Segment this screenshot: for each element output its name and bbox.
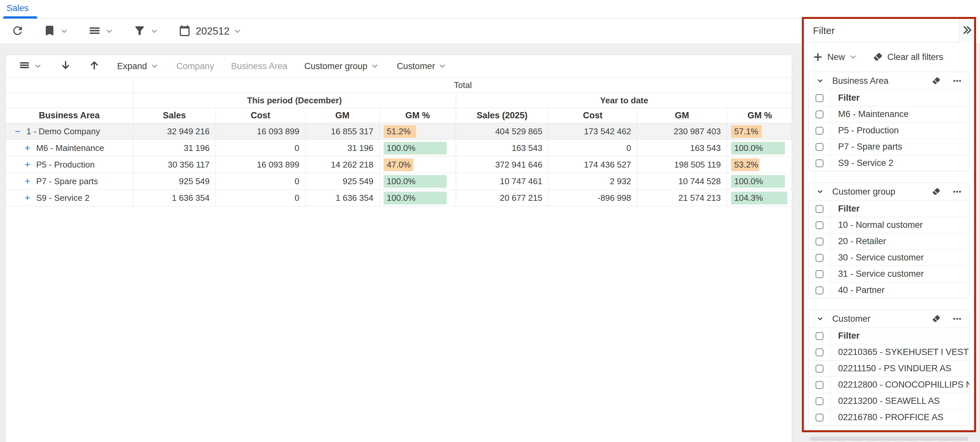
filter-panel: Filter New Clear all filters Business Ar	[802, 17, 976, 432]
row-label-cell[interactable]: − 1 - Demo Company	[6, 123, 133, 140]
checkbox[interactable]	[816, 287, 823, 294]
expand-button[interactable]: Expand	[117, 61, 159, 71]
gm-pct-ytd-cell: 100.0%	[727, 140, 792, 157]
drill-down-button[interactable]	[60, 59, 72, 73]
clear-all-label: Clear all filters	[887, 52, 943, 62]
checkbox[interactable]	[816, 413, 823, 421]
more-options-icon[interactable]	[952, 76, 962, 86]
period-selector[interactable]: 202512	[178, 24, 242, 38]
filter-option-row[interactable]: 30 - Service customer	[809, 249, 969, 266]
column-header-sales-ytd[interactable]: Sales (2025)	[456, 108, 548, 123]
row-label-cell[interactable]: + M6 - Maintenance	[6, 140, 133, 157]
column-header-cost-ytd[interactable]: Cost	[548, 108, 637, 123]
checkbox[interactable]	[816, 159, 823, 167]
expand-label: Expand	[117, 61, 147, 71]
filter-option-row[interactable]: 02216780 - PROFFICE AS	[809, 409, 969, 425]
expand-icon[interactable]: +	[23, 143, 32, 154]
table-menu-button[interactable]	[19, 59, 43, 73]
gm-pct-ytd-cell: 104.3%	[727, 190, 792, 206]
gm-pct-bar: 104.3%	[731, 192, 787, 204]
row-label-cell[interactable]: + P7 - Spare parts	[6, 173, 133, 190]
column-header-sales[interactable]: Sales	[133, 108, 216, 123]
eraser-icon[interactable]	[931, 187, 941, 196]
clear-all-filters-button[interactable]: Clear all filters	[872, 52, 943, 63]
checkbox[interactable]	[816, 111, 823, 118]
filter-option-row[interactable]: P5 - Production	[809, 122, 969, 139]
chevron-down-icon[interactable]	[816, 315, 824, 323]
bookmarks-button[interactable]	[43, 24, 69, 38]
filter-option-row[interactable]: 02213200 - SEAWELL AS	[809, 393, 969, 409]
chevron-down-icon	[232, 26, 242, 36]
filter-row-label: Filter	[830, 331, 860, 341]
filter-option-row[interactable]: 31 - Service customer	[809, 266, 969, 282]
refresh-button[interactable]	[11, 24, 24, 38]
filter-option-row[interactable]: 02212800 - CONOCOPHILLIPS NORGE	[809, 377, 969, 393]
filter-option-label: 40 - Partner	[830, 285, 885, 295]
column-header-gm[interactable]: GM	[305, 108, 379, 123]
dimension-customer-button[interactable]: Customer	[397, 61, 447, 71]
collapse-panel-button[interactable]	[959, 19, 974, 42]
gm-ytd-cell: 163 543	[637, 140, 727, 157]
chevron-down-icon[interactable]	[816, 77, 824, 85]
gm-pct-bar: 53.2%	[731, 158, 760, 171]
dimension-customer-group-button[interactable]: Customer group	[304, 61, 380, 71]
checkbox[interactable]	[816, 94, 823, 102]
layout-menu-button[interactable]	[88, 24, 114, 38]
more-options-icon[interactable]	[952, 314, 962, 324]
column-header-business-area[interactable]: Business Area	[6, 108, 133, 123]
gm-cell: 16 855 317	[305, 123, 379, 140]
customer-label: Customer	[397, 61, 435, 71]
filter-option-row[interactable]: 40 - Partner	[809, 282, 969, 298]
filter-option-row[interactable]: 02211150 - PS VINDUER AS	[809, 360, 969, 377]
column-header-gm-ytd[interactable]: GM	[637, 108, 727, 123]
filter-option-row[interactable]: P7 - Spare parts	[809, 139, 969, 155]
checkbox[interactable]	[816, 365, 823, 372]
expand-icon[interactable]: +	[23, 193, 32, 203]
checkbox[interactable]	[816, 270, 823, 278]
filter-select-all-row[interactable]: Filter	[809, 328, 969, 344]
tab-sales[interactable]: Sales	[6, 3, 29, 13]
filter-option-row[interactable]: 02210365 - SYKEHUSET I VESTFOLD HF	[809, 344, 969, 360]
filter-select-all-row[interactable]: Filter	[809, 90, 969, 106]
filter-select-all-row[interactable]: Filter	[809, 200, 969, 217]
row-label-cell[interactable]: + S9 - Service 2	[6, 190, 133, 206]
horizontal-scrollbar[interactable]	[810, 437, 968, 441]
eraser-icon[interactable]	[931, 314, 941, 324]
chevron-down-icon	[848, 52, 858, 62]
checkbox[interactable]	[816, 397, 823, 405]
checkbox[interactable]	[816, 127, 823, 135]
collapse-icon[interactable]: −	[13, 126, 22, 137]
total-header[interactable]: Total	[133, 78, 792, 93]
sales-ytd-cell: 163 543	[456, 140, 548, 157]
drill-up-button[interactable]	[88, 59, 100, 73]
sales-ytd-cell: 404 529 865	[456, 123, 548, 140]
checkbox[interactable]	[816, 381, 823, 389]
column-header-cost[interactable]: Cost	[216, 108, 305, 123]
chevron-down-icon[interactable]	[816, 187, 824, 196]
row-label: 1 - Demo Company	[26, 127, 100, 136]
checkbox[interactable]	[816, 238, 823, 246]
company-label: Company	[177, 61, 214, 71]
checkbox[interactable]	[816, 221, 823, 229]
checkbox[interactable]	[816, 143, 823, 151]
filter-menu-button[interactable]	[133, 24, 159, 38]
row-label-cell[interactable]: + P5 - Production	[6, 157, 133, 173]
expand-icon[interactable]: +	[23, 159, 32, 170]
filter-option-row[interactable]: S9 - Service 2	[809, 155, 969, 171]
expand-icon[interactable]: +	[23, 176, 32, 187]
filter-option-row[interactable]: M6 - Maintenance	[809, 106, 969, 122]
filter-option-row[interactable]: 10 - Normal customer	[809, 217, 969, 233]
filter-section-title: Customer group	[832, 187, 920, 197]
column-header-gm-pct[interactable]: GM %	[379, 108, 456, 123]
new-filter-button[interactable]: New	[812, 52, 858, 63]
checkbox[interactable]	[816, 349, 823, 356]
dimension-company-button[interactable]: Company	[177, 61, 214, 71]
dimension-business-area-button[interactable]: Business Area	[231, 61, 287, 71]
more-options-icon[interactable]	[952, 187, 962, 196]
checkbox[interactable]	[816, 332, 823, 340]
filter-option-row[interactable]: 20 - Retailer	[809, 233, 969, 249]
eraser-icon[interactable]	[931, 76, 941, 86]
checkbox[interactable]	[816, 205, 823, 213]
checkbox[interactable]	[816, 254, 823, 262]
column-header-gm-pct-ytd[interactable]: GM %	[727, 108, 792, 123]
